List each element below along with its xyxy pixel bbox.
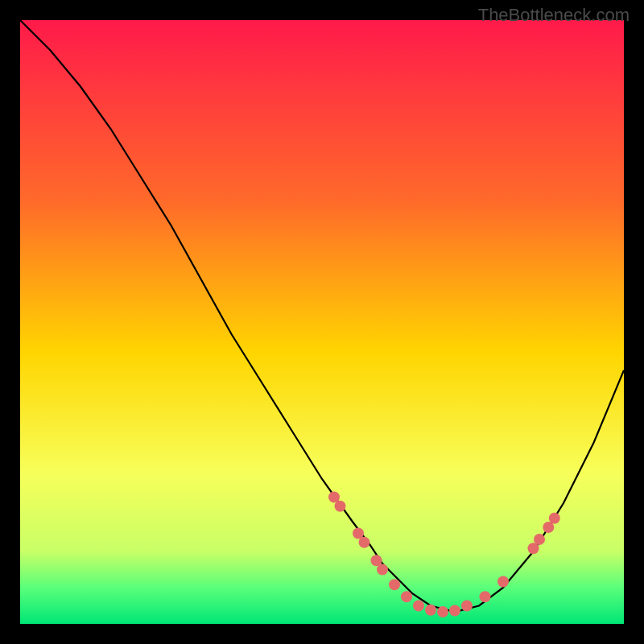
data-marker: [413, 601, 424, 612]
data-marker: [377, 564, 388, 576]
watermark-text: TheBottleneck.com: [478, 5, 630, 26]
data-marker: [534, 534, 545, 545]
data-marker: [497, 576, 509, 588]
data-marker: [389, 579, 400, 590]
bottleneck-chart: [20, 20, 624, 624]
data-marker: [359, 537, 370, 548]
data-marker: [480, 591, 491, 602]
data-marker: [425, 605, 436, 616]
data-marker: [549, 513, 560, 524]
data-marker: [449, 605, 460, 617]
gradient-background: [20, 20, 624, 624]
data-marker: [461, 601, 473, 612]
data-marker: [437, 606, 448, 617]
data-marker: [335, 501, 346, 512]
chart-container: [20, 20, 624, 624]
data-marker: [401, 591, 412, 602]
